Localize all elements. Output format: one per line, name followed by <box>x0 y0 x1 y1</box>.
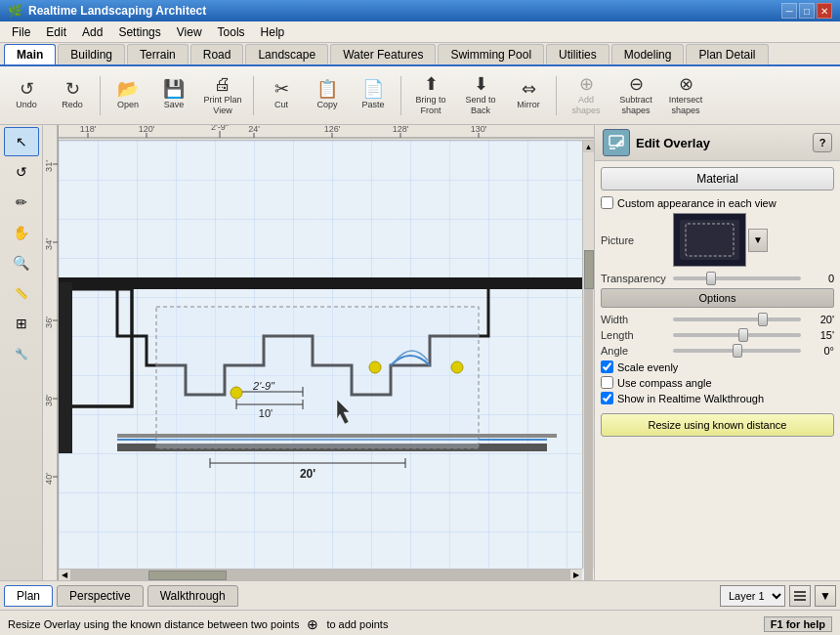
redo-button[interactable]: ↻ Redo <box>50 70 95 121</box>
length-slider[interactable] <box>673 333 801 337</box>
pen-tool[interactable]: ✏ <box>4 188 39 217</box>
print-label: Print PlanView <box>203 95 241 116</box>
send-back-icon: ⬇ <box>474 75 488 93</box>
save-button[interactable]: 💾 Save <box>151 70 196 121</box>
canvas-scroll-vertical[interactable]: ▲ ▼ <box>582 141 594 569</box>
help-button[interactable]: ? <box>813 133 832 152</box>
toolbar-sep-2 <box>253 76 254 115</box>
layer-dropdown[interactable]: Layer 1 Layer 2 Layer 3 <box>720 585 785 607</box>
measure-tool[interactable]: 📏 <box>4 278 39 308</box>
paste-button[interactable]: 📄 Paste <box>351 70 396 121</box>
svg-text:2'-9": 2'-9" <box>211 125 229 132</box>
mirror-button[interactable]: ⇔ Mirror <box>506 70 551 121</box>
menu-add[interactable]: Add <box>74 23 110 41</box>
menu-help[interactable]: Help <box>253 23 293 41</box>
menu-view[interactable]: View <box>169 23 210 41</box>
canvas-scroll-horizontal[interactable]: ◀ ▶ <box>59 569 582 580</box>
tab-terrain[interactable]: Terrain <box>127 44 189 64</box>
tab-water-features[interactable]: Water Features <box>330 44 436 64</box>
tab-landscape[interactable]: Landscape <box>245 44 328 64</box>
bottom-tab-walkthrough[interactable]: Walkthrough <box>147 585 238 607</box>
menu-file[interactable]: File <box>4 23 38 41</box>
canvas-drawing-area[interactable]: 2'-9" 10' 20' <box>59 141 594 580</box>
zoom-tool[interactable]: 🔍 <box>4 248 39 277</box>
menu-edit[interactable]: Edit <box>38 23 74 41</box>
transparency-slider[interactable] <box>673 276 801 280</box>
tab-road[interactable]: Road <box>190 44 244 64</box>
subtract-shapes-button[interactable]: ⊖ Subtractshapes <box>611 70 660 121</box>
title-bar: 🌿 Realtime Landscaping Architect ─ □ ✕ <box>0 0 840 21</box>
click-icon: ⊕ <box>307 616 318 632</box>
length-thumb[interactable] <box>738 328 748 342</box>
tab-main[interactable]: Main <box>4 44 56 64</box>
scale-evenly-label: Scale evenly <box>617 361 678 373</box>
snap-tool[interactable]: 🔧 <box>4 339 39 368</box>
tab-swimming-pool[interactable]: Swimming Pool <box>438 44 544 64</box>
picture-preview <box>673 213 746 267</box>
menu-settings[interactable]: Settings <box>110 23 168 41</box>
panel-title-text: Edit Overlay <box>636 136 710 150</box>
resize-known-distance-button[interactable]: Resize using known distance <box>601 413 834 437</box>
layer-btn-2[interactable]: ▼ <box>815 585 836 607</box>
print-button[interactable]: 🖨 Print PlanView <box>197 70 248 121</box>
bring-front-label: Bring toFront <box>415 95 445 116</box>
ruler-top-content: 118' 120' 2'-9" 24' 126' 128' 130' <box>59 125 594 140</box>
print-icon: 🖨 <box>214 75 231 93</box>
open-button[interactable]: 📂 Open <box>105 70 150 121</box>
svg-text:118': 118' <box>80 125 97 134</box>
transparency-thumb[interactable] <box>706 272 716 285</box>
tab-modeling[interactable]: Modeling <box>611 44 685 64</box>
intersect-shapes-button[interactable]: ⊗ Intersectshapes <box>661 70 710 121</box>
picture-dropdown-arrow[interactable]: ▼ <box>748 229 768 252</box>
app-icon: 🌿 <box>8 4 22 18</box>
picture-label: Picture <box>601 234 669 246</box>
bottom-tab-plan[interactable]: Plan <box>4 585 53 607</box>
angle-label: Angle <box>601 345 669 357</box>
picture-row: Picture ▼ <box>601 213 834 267</box>
width-slider[interactable] <box>673 318 801 321</box>
angle-thumb[interactable] <box>733 344 742 358</box>
menu-tools[interactable]: Tools <box>210 23 253 41</box>
right-panel-header: Edit Overlay ? <box>595 125 840 161</box>
bring-front-icon: ⬆ <box>424 75 439 93</box>
bring-to-front-button[interactable]: ⬆ Bring toFront <box>406 70 455 121</box>
scroll-up-button[interactable]: ▲ <box>583 141 594 152</box>
canvas-area[interactable]: 118' 120' 2'-9" 24' 126' 128' 130' <box>43 125 594 580</box>
ruler-top: 118' 120' 2'-9" 24' 126' 128' 130' <box>59 125 594 141</box>
add-shapes-button[interactable]: ⊕ Addshapes <box>562 70 610 121</box>
undo-tool[interactable]: ↺ <box>4 157 39 187</box>
layer-select-group: Layer 1 Layer 2 Layer 3 ▼ <box>720 585 836 607</box>
tab-utilities[interactable]: Utilities <box>546 44 609 64</box>
cut-button[interactable]: ✂ Cut <box>259 70 304 121</box>
svg-text:120': 120' <box>139 125 155 134</box>
material-button[interactable]: Material <box>601 167 834 190</box>
scale-evenly-checkbox[interactable] <box>601 360 613 373</box>
scale-evenly-row: Scale evenly <box>601 360 834 373</box>
close-button[interactable]: ✕ <box>817 3 832 19</box>
width-thumb[interactable] <box>758 313 768 326</box>
hand-tool[interactable]: ✋ <box>4 218 39 247</box>
show-walkthrough-checkbox[interactable] <box>601 392 613 404</box>
svg-marker-53 <box>615 140 623 148</box>
copy-label: Copy <box>316 100 337 110</box>
send-to-back-button[interactable]: ⬇ Send toBack <box>456 70 505 121</box>
app-title: Realtime Landscaping Architect <box>28 4 206 18</box>
transparency-label: Transparency <box>601 273 669 284</box>
copy-button[interactable]: 📋 Copy <box>305 70 350 121</box>
minimize-button[interactable]: ─ <box>781 3 797 19</box>
picture-dropdown: ▼ <box>673 213 768 267</box>
layer-btn-1[interactable] <box>789 585 811 607</box>
intersect-shapes-icon: ⊗ <box>679 75 693 93</box>
bottom-tab-perspective[interactable]: Perspective <box>57 585 144 607</box>
maximize-button[interactable]: □ <box>799 3 815 19</box>
select-tool[interactable]: ↖ <box>4 127 39 156</box>
undo-button[interactable]: ↺ Undo <box>4 70 49 121</box>
tab-plan-detail[interactable]: Plan Detail <box>686 44 768 64</box>
toolbar-group-undoredo: ↺ Undo ↻ Redo <box>4 70 95 121</box>
use-compass-checkbox[interactable] <box>601 376 613 389</box>
grid-tool[interactable]: ⊞ <box>4 309 39 338</box>
svg-rect-54 <box>680 220 739 260</box>
custom-appearance-checkbox[interactable] <box>601 196 613 209</box>
tab-building[interactable]: Building <box>58 44 125 64</box>
angle-slider[interactable] <box>673 349 801 353</box>
